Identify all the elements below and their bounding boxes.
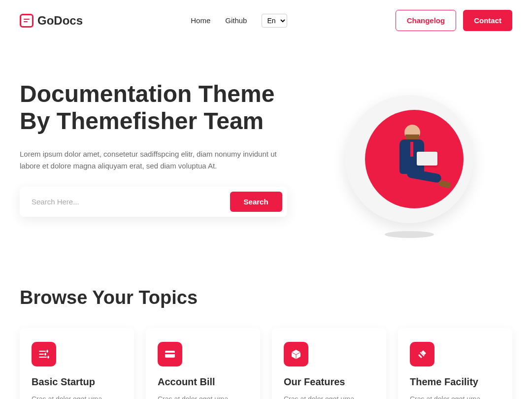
topic-desc: Cras at dolor eget urna varius faucibus … — [284, 394, 374, 399]
logo-icon — [20, 14, 33, 28]
topics-grid: Basic Startup Cras at dolor eget urna va… — [20, 328, 512, 399]
topic-card-our-features[interactable]: Our Features Cras at dolor eget urna var… — [272, 328, 386, 399]
topics-heading: Browse Your Topics — [20, 287, 512, 308]
hero-description: Lorem ipsum dolor amet, consetetur sadif… — [20, 148, 287, 172]
topic-desc: Cras at dolor eget urna varius faucibus … — [32, 394, 122, 399]
contact-button[interactable]: Contact — [463, 10, 512, 31]
changelog-button[interactable]: Changelog — [396, 10, 457, 31]
svg-point-2 — [47, 356, 49, 358]
main-nav: Home Github En — [191, 14, 287, 28]
box-icon — [284, 342, 308, 366]
hero-content: Documentation Theme By Themefisher Team … — [20, 80, 287, 217]
sliders-icon — [32, 342, 56, 366]
nav-link-github[interactable]: Github — [225, 16, 247, 25]
topic-title: Theme Facility — [410, 376, 500, 388]
svg-point-0 — [46, 350, 48, 352]
topic-title: Our Features — [284, 376, 374, 388]
hero-section: Documentation Theme By Themefisher Team … — [0, 41, 532, 267]
search-bar: Search — [20, 187, 287, 217]
hero-illustration — [307, 80, 512, 238]
topic-card-account-bill[interactable]: Account Bill Cras at dolor eget urna var… — [146, 328, 260, 399]
tools-icon — [410, 342, 434, 366]
topics-section: Browse Your Topics Basic Startup Cras at… — [0, 267, 532, 399]
brand-logo[interactable]: GoDocs — [20, 14, 83, 28]
search-button[interactable]: Search — [230, 192, 282, 212]
svg-point-1 — [44, 353, 46, 355]
topic-desc: Cras at dolor eget urna varius faucibus … — [410, 394, 500, 399]
topic-card-theme-facility[interactable]: Theme Facility Cras at dolor eget urna v… — [398, 328, 512, 399]
header-actions: Changelog Contact — [396, 10, 512, 31]
language-select[interactable]: En — [262, 14, 287, 28]
site-header: GoDocs Home Github En Changelog Contact — [0, 0, 532, 41]
card-icon — [158, 342, 182, 366]
brand-name: GoDocs — [37, 14, 83, 28]
topic-title: Account Bill — [158, 376, 248, 388]
nav-link-home[interactable]: Home — [191, 16, 210, 25]
topic-title: Basic Startup — [32, 376, 122, 388]
svg-rect-4 — [165, 353, 175, 354]
search-input[interactable] — [25, 192, 230, 212]
topic-desc: Cras at dolor eget urna varius faucibus … — [158, 394, 248, 399]
hero-title: Documentation Theme By Themefisher Team — [20, 80, 287, 134]
topic-card-basic-startup[interactable]: Basic Startup Cras at dolor eget urna va… — [20, 328, 134, 399]
